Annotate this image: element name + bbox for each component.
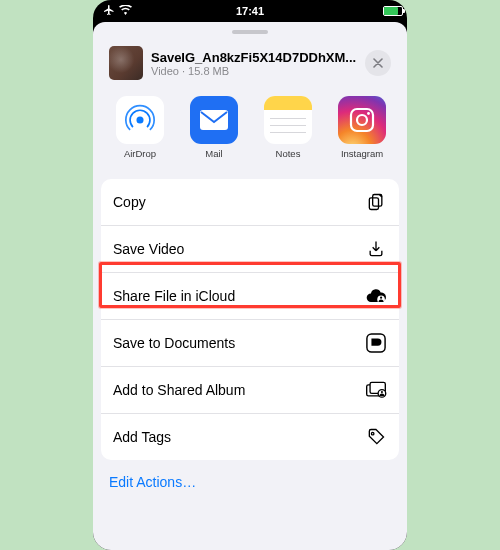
share-target-airdrop[interactable]: AirDrop	[109, 96, 171, 159]
documents-app-icon	[365, 332, 387, 354]
action-save-documents[interactable]: Save to Documents	[101, 319, 399, 366]
airplane-mode-icon	[103, 4, 115, 18]
file-name: SaveIG_An8kzFi5X14D7DDhXM...	[151, 50, 365, 65]
charging-icon: ⚡︎	[391, 6, 397, 16]
action-label: Copy	[113, 194, 146, 210]
share-target-label: Notes	[257, 148, 319, 159]
action-label: Add Tags	[113, 429, 171, 445]
svg-rect-1	[200, 110, 228, 130]
sheet-grabber[interactable]	[232, 30, 268, 34]
svg-point-14	[371, 432, 374, 435]
icloud-share-icon	[365, 285, 387, 307]
shared-album-icon	[365, 379, 387, 401]
svg-point-13	[381, 391, 383, 393]
share-target-label: AirDrop	[109, 148, 171, 159]
copy-icon	[365, 191, 387, 213]
share-target-label: Instagram	[331, 148, 393, 159]
close-button[interactable]	[365, 50, 391, 76]
file-subtitle: Video · 15.8 MB	[151, 65, 365, 77]
action-copy[interactable]: Copy	[101, 179, 399, 225]
action-label: Save Video	[113, 241, 184, 257]
action-save-video[interactable]: Save Video	[101, 225, 399, 272]
edit-actions-link[interactable]: Edit Actions…	[93, 460, 407, 504]
share-target-mail[interactable]: Mail	[183, 96, 245, 159]
notes-icon	[264, 96, 312, 144]
airdrop-icon	[116, 96, 164, 144]
actions-list: Copy Save Video Share File in iCloud Sav…	[101, 179, 399, 460]
svg-point-3	[357, 115, 367, 125]
mail-icon	[190, 96, 238, 144]
device-frame: 17:41 ⚡︎ SaveIG_An8kzFi5X14D7DDhXM... Vi…	[93, 0, 407, 550]
svg-point-4	[367, 112, 370, 115]
tag-icon	[365, 426, 387, 448]
action-label: Share File in iCloud	[113, 288, 235, 304]
clock: 17:41	[201, 5, 299, 17]
status-bar: 17:41 ⚡︎	[93, 0, 407, 22]
svg-point-8	[380, 297, 382, 299]
download-icon	[365, 238, 387, 260]
action-add-shared-album[interactable]: Add to Shared Album	[101, 366, 399, 413]
svg-rect-6	[369, 198, 378, 210]
action-add-tags[interactable]: Add Tags	[101, 413, 399, 460]
share-sheet: SaveIG_An8kzFi5X14D7DDhXM... Video · 15.…	[93, 22, 407, 550]
close-icon	[373, 54, 383, 72]
file-thumbnail	[109, 46, 143, 80]
svg-rect-2	[351, 109, 373, 131]
wifi-icon	[119, 5, 132, 17]
share-header: SaveIG_An8kzFi5X14D7DDhXM... Video · 15.…	[101, 40, 399, 90]
share-targets-row: AirDrop Mail Notes	[101, 90, 399, 171]
share-target-label: Mail	[183, 148, 245, 159]
action-share-icloud[interactable]: Share File in iCloud	[101, 272, 399, 319]
action-label: Add to Shared Album	[113, 382, 245, 398]
action-label: Save to Documents	[113, 335, 235, 351]
instagram-icon	[338, 96, 386, 144]
share-target-notes[interactable]: Notes	[257, 96, 319, 159]
share-target-instagram[interactable]: Instagram	[331, 96, 393, 159]
svg-point-0	[136, 116, 143, 123]
